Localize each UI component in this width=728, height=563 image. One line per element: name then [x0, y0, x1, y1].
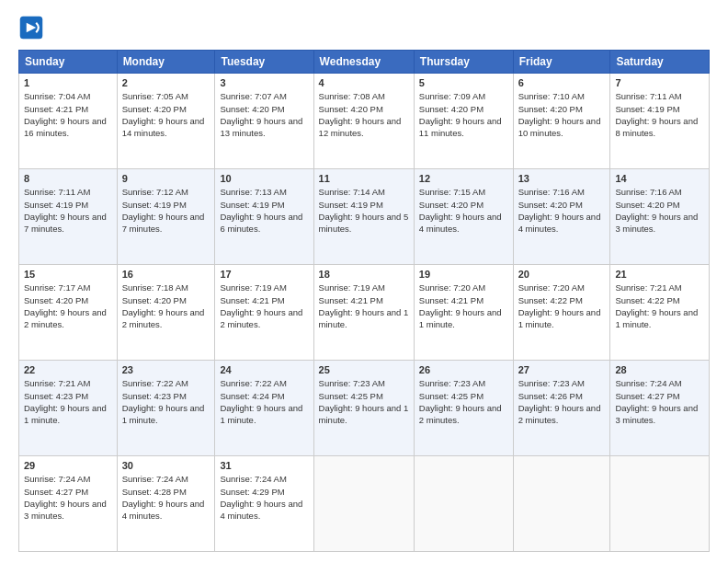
day-number: 19 [419, 268, 508, 282]
col-header-sunday: Sunday [19, 51, 118, 74]
day-number: 18 [319, 268, 409, 282]
calendar-header-row: SundayMondayTuesdayWednesdayThursdayFrid… [19, 51, 710, 74]
header [18, 15, 710, 40]
calendar-cell: 14Sunrise: 7:16 AMSunset: 4:20 PMDayligh… [610, 169, 710, 265]
calendar-cell: 7Sunrise: 7:11 AMSunset: 4:19 PMDaylight… [610, 74, 710, 169]
day-number: 7 [615, 76, 704, 90]
calendar-table: SundayMondayTuesdayWednesdayThursdayFrid… [18, 50, 710, 552]
day-number: 26 [419, 363, 508, 377]
day-number: 28 [615, 363, 704, 377]
calendar-cell: 9Sunrise: 7:12 AMSunset: 4:19 PMDaylight… [117, 169, 215, 265]
col-header-monday: Monday [117, 51, 215, 74]
day-number: 13 [518, 172, 606, 186]
calendar-cell: 18Sunrise: 7:19 AMSunset: 4:21 PMDayligh… [313, 265, 414, 361]
day-number: 21 [615, 268, 704, 282]
calendar-cell: 19Sunrise: 7:20 AMSunset: 4:21 PMDayligh… [414, 265, 513, 361]
day-number: 23 [122, 363, 210, 377]
day-number: 30 [122, 459, 210, 473]
col-header-friday: Friday [513, 51, 610, 74]
calendar-cell: 22Sunrise: 7:21 AMSunset: 4:23 PMDayligh… [19, 361, 118, 456]
day-number: 6 [518, 76, 606, 90]
calendar-week-1: 1Sunrise: 7:04 AMSunset: 4:21 PMDaylight… [19, 74, 710, 169]
calendar-cell: 11Sunrise: 7:14 AMSunset: 4:19 PMDayligh… [313, 169, 414, 265]
day-number: 3 [220, 76, 308, 90]
col-header-saturday: Saturday [610, 51, 710, 74]
day-number: 16 [122, 268, 210, 282]
col-header-tuesday: Tuesday [215, 51, 313, 74]
day-number: 11 [319, 172, 409, 186]
day-number: 22 [24, 363, 112, 377]
day-number: 25 [319, 363, 409, 377]
day-number: 10 [220, 172, 308, 186]
calendar-cell: 21Sunrise: 7:21 AMSunset: 4:22 PMDayligh… [610, 265, 710, 361]
day-number: 17 [220, 268, 308, 282]
day-number: 15 [24, 268, 112, 282]
calendar-cell: 15Sunrise: 7:17 AMSunset: 4:20 PMDayligh… [19, 265, 118, 361]
calendar-cell [414, 456, 513, 552]
day-number: 31 [220, 459, 308, 473]
calendar-cell: 8Sunrise: 7:11 AMSunset: 4:19 PMDaylight… [19, 169, 118, 265]
calendar-cell: 17Sunrise: 7:19 AMSunset: 4:21 PMDayligh… [215, 265, 313, 361]
day-number: 2 [122, 76, 210, 90]
day-number: 12 [419, 172, 508, 186]
calendar-cell: 26Sunrise: 7:23 AMSunset: 4:25 PMDayligh… [414, 361, 513, 456]
day-number: 24 [220, 363, 308, 377]
calendar-week-5: 29Sunrise: 7:24 AMSunset: 4:27 PMDayligh… [19, 456, 710, 552]
day-number: 20 [518, 268, 606, 282]
day-number: 4 [319, 76, 409, 90]
day-number: 9 [122, 172, 210, 186]
calendar-cell: 28Sunrise: 7:24 AMSunset: 4:27 PMDayligh… [610, 361, 710, 456]
calendar-cell: 13Sunrise: 7:16 AMSunset: 4:20 PMDayligh… [513, 169, 610, 265]
calendar-week-2: 8Sunrise: 7:11 AMSunset: 4:19 PMDaylight… [19, 169, 710, 265]
calendar-cell: 2Sunrise: 7:05 AMSunset: 4:20 PMDaylight… [117, 74, 215, 169]
calendar-cell: 23Sunrise: 7:22 AMSunset: 4:23 PMDayligh… [117, 361, 215, 456]
calendar-cell: 25Sunrise: 7:23 AMSunset: 4:25 PMDayligh… [313, 361, 414, 456]
calendar-cell [313, 456, 414, 552]
calendar-cell: 31Sunrise: 7:24 AMSunset: 4:29 PMDayligh… [215, 456, 313, 552]
col-header-wednesday: Wednesday [313, 51, 414, 74]
day-number: 14 [615, 172, 704, 186]
day-number: 27 [518, 363, 606, 377]
calendar-cell: 20Sunrise: 7:20 AMSunset: 4:22 PMDayligh… [513, 265, 610, 361]
calendar-cell: 4Sunrise: 7:08 AMSunset: 4:20 PMDaylight… [313, 74, 414, 169]
calendar-cell: 5Sunrise: 7:09 AMSunset: 4:20 PMDaylight… [414, 74, 513, 169]
logo-icon [18, 15, 44, 40]
calendar-cell: 10Sunrise: 7:13 AMSunset: 4:19 PMDayligh… [215, 169, 313, 265]
calendar-cell: 6Sunrise: 7:10 AMSunset: 4:20 PMDaylight… [513, 74, 610, 169]
col-header-thursday: Thursday [414, 51, 513, 74]
calendar-cell: 1Sunrise: 7:04 AMSunset: 4:21 PMDaylight… [19, 74, 118, 169]
day-number: 5 [419, 76, 508, 90]
calendar-cell [610, 456, 710, 552]
page: SundayMondayTuesdayWednesdayThursdayFrid… [0, 0, 728, 563]
calendar-cell [513, 456, 610, 552]
calendar-cell: 29Sunrise: 7:24 AMSunset: 4:27 PMDayligh… [19, 456, 118, 552]
calendar-cell: 3Sunrise: 7:07 AMSunset: 4:20 PMDaylight… [215, 74, 313, 169]
calendar-cell: 24Sunrise: 7:22 AMSunset: 4:24 PMDayligh… [215, 361, 313, 456]
calendar-cell: 16Sunrise: 7:18 AMSunset: 4:20 PMDayligh… [117, 265, 215, 361]
calendar-week-3: 15Sunrise: 7:17 AMSunset: 4:20 PMDayligh… [19, 265, 710, 361]
calendar-cell: 30Sunrise: 7:24 AMSunset: 4:28 PMDayligh… [117, 456, 215, 552]
day-number: 1 [24, 76, 112, 90]
day-number: 8 [24, 172, 112, 186]
calendar-cell: 27Sunrise: 7:23 AMSunset: 4:26 PMDayligh… [513, 361, 610, 456]
calendar-week-4: 22Sunrise: 7:21 AMSunset: 4:23 PMDayligh… [19, 361, 710, 456]
day-number: 29 [24, 459, 112, 473]
logo [18, 15, 48, 40]
calendar-cell: 12Sunrise: 7:15 AMSunset: 4:20 PMDayligh… [414, 169, 513, 265]
